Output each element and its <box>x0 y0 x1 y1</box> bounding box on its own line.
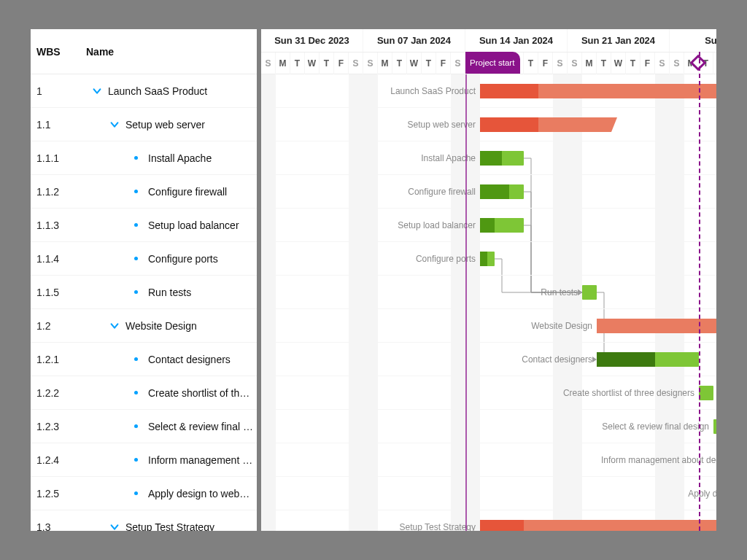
task-bar[interactable] <box>699 386 713 400</box>
table-row[interactable]: 1.2.5Apply design to web… <box>31 477 257 510</box>
col-header-wbs[interactable]: WBS <box>31 46 86 58</box>
day-header[interactable]: W <box>611 52 626 74</box>
table-row[interactable]: 1.1.1Install Apache <box>31 141 257 175</box>
day-header[interactable]: S <box>553 52 568 74</box>
name-cell: Setup Test Strategy <box>86 521 257 532</box>
bar-caption: Setup Test Strategy <box>261 510 480 531</box>
day-header[interactable]: T <box>320 52 334 74</box>
day-header[interactable]: F <box>640 52 655 74</box>
bar-caption: Setup web server <box>261 108 480 141</box>
day-header[interactable]: M <box>582 52 597 74</box>
name-cell: Contact designers <box>86 354 257 365</box>
day-header[interactable]: S <box>451 52 465 74</box>
day-header[interactable]: T <box>290 52 305 74</box>
task-bar[interactable] <box>480 252 495 266</box>
bar-caption: Install Apache <box>261 141 480 174</box>
timeline-row: Setup web server <box>261 108 716 141</box>
day-header[interactable]: S <box>655 52 670 74</box>
week-header[interactable]: Sun 31 Dec 2023 <box>261 29 363 52</box>
day-header[interactable]: W <box>305 52 320 74</box>
day-header[interactable]: T <box>626 52 640 74</box>
day-header[interactable]: M <box>378 52 392 74</box>
day-header[interactable]: M <box>276 52 290 74</box>
week-header[interactable]: Sun 21 Jan 2024 <box>568 29 670 52</box>
task-bar[interactable] <box>480 218 524 233</box>
table-row[interactable]: 1.2.3Select & review final … <box>31 410 257 443</box>
week-header[interactable]: Sun 28 <box>670 29 716 52</box>
day-header[interactable]: T <box>524 52 538 74</box>
leaf-bullet-icon <box>134 357 138 361</box>
table-row[interactable]: 1.1Setup web server <box>31 108 257 141</box>
task-bar[interactable] <box>582 285 597 300</box>
task-bar[interactable] <box>480 151 524 166</box>
day-header[interactable]: S <box>349 52 363 74</box>
summary-bar[interactable] <box>480 117 611 132</box>
day-header[interactable]: F <box>436 52 451 74</box>
table-row[interactable]: 1.2Website Design <box>31 309 257 343</box>
chevron-down-icon[interactable] <box>109 120 120 130</box>
timeline-row: Apply design <box>261 477 716 510</box>
table-row[interactable]: 1.2.2Create shortlist of th… <box>31 376 257 410</box>
panel-splitter[interactable] <box>257 29 261 531</box>
week-header[interactable]: Sun 14 Jan 2024 <box>465 29 568 52</box>
bar-caption: Apply design <box>261 477 716 510</box>
table-row[interactable]: 1.3Setup Test Strategy <box>31 510 257 531</box>
day-header[interactable]: F <box>334 52 349 74</box>
week-header[interactable]: Sun 07 Jan 2024 <box>363 29 465 52</box>
day-header[interactable]: T <box>597 52 611 74</box>
day-header[interactable]: T <box>392 52 407 74</box>
timeline-panel[interactable]: Sun 31 Dec 2023Sun 07 Jan 2024Sun 14 Jan… <box>261 29 716 531</box>
wbs-cell: 1.1 <box>31 119 86 131</box>
day-header[interactable]: W <box>713 52 716 74</box>
table-row[interactable]: 1.2.1Contact designers <box>31 343 257 376</box>
day-header[interactable]: W <box>407 52 422 74</box>
name-cell: Setup web server <box>86 119 257 131</box>
name-cell: Configure ports <box>86 253 257 265</box>
task-bar[interactable] <box>597 352 699 367</box>
table-row[interactable]: 1.1.4Configure ports <box>31 242 257 276</box>
bar-caption: Contact designers <box>261 343 597 376</box>
table-row[interactable]: 1.1.2Configure firewall <box>31 175 257 209</box>
task-name: Configure ports <box>148 253 218 265</box>
table-row[interactable]: 1.1.3Setup load balancer <box>31 209 257 242</box>
task-bar[interactable] <box>713 419 716 434</box>
chevron-down-icon[interactable] <box>109 321 120 331</box>
wbs-cell: 1 <box>31 85 86 97</box>
day-header[interactable]: T <box>422 52 436 74</box>
name-cell: Launch SaaS Product <box>86 85 257 97</box>
day-header[interactable]: S <box>670 52 684 74</box>
col-header-name[interactable]: Name <box>86 46 257 58</box>
task-bar[interactable] <box>480 184 524 199</box>
task-name: Configure firewall <box>148 186 227 198</box>
day-header[interactable]: S <box>363 52 378 74</box>
timeline-row: Setup Test Strategy <box>261 510 716 531</box>
project-start-label: Project start <box>470 58 514 67</box>
name-cell: Apply design to web… <box>86 488 257 499</box>
table-row[interactable]: 1.2.4Inform management … <box>31 443 257 477</box>
day-header[interactable]: S <box>568 52 582 74</box>
wbs-cell: 1.2 <box>31 320 86 332</box>
summary-bar[interactable] <box>480 520 716 531</box>
bar-caption: Inform management about decision <box>261 443 716 476</box>
summary-bar[interactable] <box>597 319 716 333</box>
day-header[interactable]: S <box>261 52 276 74</box>
timeline-row: Setup load balancer <box>261 209 716 242</box>
leaf-bullet-icon <box>134 491 138 495</box>
day-header[interactable]: F <box>538 52 553 74</box>
summary-bar[interactable] <box>480 84 716 98</box>
bar-caption: Website Design <box>261 309 597 342</box>
task-name: Setup web server <box>125 119 205 131</box>
task-name: Select & review final … <box>148 421 253 432</box>
timeline-row: Select & review final design <box>261 410 716 443</box>
project-start-flag[interactable]: Project start <box>465 52 520 74</box>
wbs-cell: 1.1.2 <box>31 186 86 198</box>
chevron-down-icon[interactable] <box>109 522 120 532</box>
wbs-cell: 1.1.5 <box>31 287 86 298</box>
task-name: Contact designers <box>148 354 231 365</box>
wbs-cell: 1.3 <box>31 521 86 532</box>
milestone-icon[interactable] <box>692 57 704 69</box>
bar-caption: Select & review final design <box>261 410 713 443</box>
chevron-down-icon[interactable] <box>92 86 102 96</box>
table-row[interactable]: 1Launch SaaS Product <box>31 74 257 108</box>
table-row[interactable]: 1.1.5Run tests <box>31 276 257 309</box>
